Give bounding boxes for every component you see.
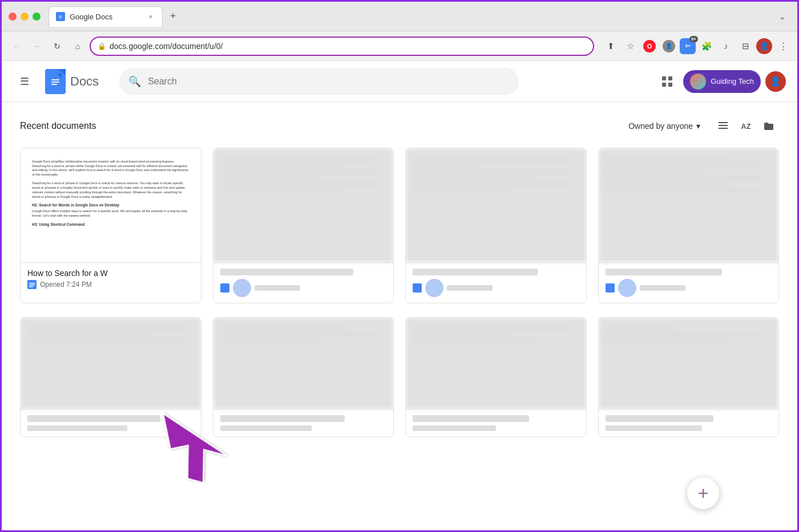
featured-doc-meta: Opened 7:24 PM [27, 280, 194, 289]
doc-card-5-info [21, 409, 201, 437]
search-input[interactable] [148, 76, 510, 87]
guiding-tech-logo [690, 74, 706, 90]
guiding-tech-label: Guiding Tech [711, 77, 754, 86]
fab-plus-icon: + [698, 483, 709, 504]
docs-logo-text: Docs [70, 74, 99, 89]
svg-rect-10 [719, 125, 728, 126]
address-bar[interactable]: 🔒 docs.google.com/document/u/0/ [90, 36, 594, 56]
doc-card-8[interactable] [598, 317, 780, 437]
apps-grid-icon[interactable] [656, 70, 679, 93]
doc-card-7[interactable] [405, 317, 587, 437]
extensions-badge[interactable]: 9+ 9+ [680, 38, 696, 54]
tab-title: Google Docs [70, 13, 142, 21]
svg-rect-7 [662, 83, 666, 87]
new-tab-button[interactable]: + [165, 9, 181, 25]
doc-card-2-info [213, 262, 394, 303]
doc-card-8-info [599, 409, 779, 437]
svg-rect-9 [719, 122, 728, 123]
profile-avatar[interactable]: 👤 [756, 38, 772, 54]
address-text: docs.google.com/document/u/0/ [110, 42, 586, 51]
tab-bar: ≡ Google Docs × + ⌄ [49, 6, 790, 27]
doc-card-8-thumbnail [599, 318, 779, 409]
featured-doc-info: How to Search for a W Opened 7:24 [21, 262, 201, 295]
new-document-fab[interactable]: + [687, 477, 719, 509]
owner-filter-button[interactable]: Owned by anyone ▾ [623, 118, 706, 134]
svg-rect-8 [668, 83, 672, 87]
title-bar: ≡ Google Docs × + ⌄ [2, 2, 797, 31]
doc-preview-content: Google Docs simplifies collaborative doc… [25, 153, 196, 235]
doc-card-3[interactable] [405, 148, 587, 303]
content-actions: Owned by anyone ▾ AZ [623, 116, 779, 136]
doc-card-4-meta [606, 279, 772, 297]
svg-rect-14 [29, 285, 35, 286]
featured-doc-name: How to Search for a W [27, 269, 194, 278]
doc-card-7-thumbnail [406, 318, 586, 409]
svg-rect-11 [719, 128, 728, 129]
blurred-avatar-3 [618, 279, 636, 297]
address-bar-row: ← → ↻ ⌂ 🔒 docs.google.com/document/u/0/ … [2, 31, 797, 61]
menu-icon[interactable]: ⋮ [774, 38, 792, 55]
sort-button[interactable]: AZ [736, 116, 756, 136]
list-view-button[interactable] [713, 116, 733, 136]
opera-icon[interactable]: O [641, 38, 658, 55]
doc-card-2-meta [220, 279, 387, 297]
bookmark-icon[interactable]: ☆ [622, 38, 639, 55]
content-header: Recent documents Owned by anyone ▾ [20, 116, 779, 136]
owner-filter-label: Owned by anyone [628, 121, 693, 131]
section-title: Recent documents [20, 121, 96, 131]
window-menu-button[interactable]: ⌄ [774, 9, 790, 25]
search-bar[interactable]: 🔍 [119, 68, 519, 95]
sort-label: AZ [741, 122, 750, 131]
doc-card-3-thumbnail [406, 148, 586, 262]
featured-doc-card[interactable]: Google Docs simplifies collaborative doc… [20, 148, 201, 303]
home-button[interactable]: ⌂ [69, 38, 86, 55]
doc-type-icon [27, 280, 37, 289]
lock-icon: 🔒 [98, 42, 106, 50]
music-icon[interactable]: ♪ [717, 38, 735, 55]
dropdown-arrow-icon: ▾ [696, 121, 700, 131]
folder-view-button[interactable] [758, 116, 779, 136]
browser-window: ≡ Google Docs × + ⌄ ← → ↻ ⌂ 🔒 docs.googl… [2, 2, 797, 530]
doc-card-3-meta [413, 279, 579, 297]
puzzle-icon[interactable]: 🧩 [698, 38, 715, 55]
tab-favicon: ≡ [56, 12, 65, 21]
hamburger-button[interactable]: ☰ [13, 70, 36, 93]
svg-rect-3 [51, 82, 59, 83]
sidebar-toggle-icon[interactable]: ⊟ [737, 38, 754, 55]
doc-card-4-thumbnail [599, 148, 779, 262]
doc-card-7-info [406, 409, 586, 437]
close-window-button[interactable] [9, 13, 17, 21]
svg-rect-15 [29, 286, 33, 287]
docs-logo: Docs [45, 69, 99, 94]
doc-card-6[interactable] [213, 317, 394, 437]
forward-button[interactable]: → [28, 38, 45, 55]
doc-card-5[interactable] [20, 317, 201, 437]
svg-rect-6 [668, 76, 672, 80]
guiding-tech-button[interactable]: Guiding Tech [683, 70, 761, 93]
doc-card-2[interactable] [213, 148, 394, 303]
reload-button[interactable]: ↻ [49, 38, 66, 55]
share-icon[interactable]: ⬆ [602, 38, 619, 55]
featured-doc-thumbnail: Google Docs simplifies collaborative doc… [21, 148, 201, 262]
doc-card-5-thumbnail [21, 318, 201, 409]
doc-grid-row2 [20, 317, 779, 437]
svg-rect-5 [662, 76, 666, 80]
docs-header: ☰ Docs 🔍 [2, 61, 797, 102]
blurred-avatar-2 [425, 279, 443, 297]
extension-person-icon[interactable]: 👤 [660, 38, 677, 55]
maximize-window-button[interactable] [33, 13, 41, 21]
toolbar-right: ⬆ ☆ O 👤 9+ 9+ 🧩 ♪ ⊟ 👤 ⋮ [602, 38, 792, 55]
doc-card-2-thumbnail [213, 148, 394, 262]
header-profile-avatar[interactable]: 👤 [765, 71, 786, 92]
back-button[interactable]: ← [7, 38, 25, 55]
search-icon: 🔍 [128, 75, 141, 88]
traffic-lights [9, 13, 41, 21]
featured-doc-opened: Opened 7:24 PM [40, 281, 92, 289]
tab-close-button[interactable]: × [146, 12, 155, 21]
doc-card-4[interactable] [598, 148, 780, 303]
active-tab[interactable]: ≡ Google Docs × [49, 6, 163, 27]
header-right: Guiding Tech 👤 [656, 70, 786, 93]
doc-card-4-info [599, 262, 779, 303]
minimize-window-button[interactable] [21, 13, 29, 21]
svg-rect-2 [51, 79, 59, 80]
